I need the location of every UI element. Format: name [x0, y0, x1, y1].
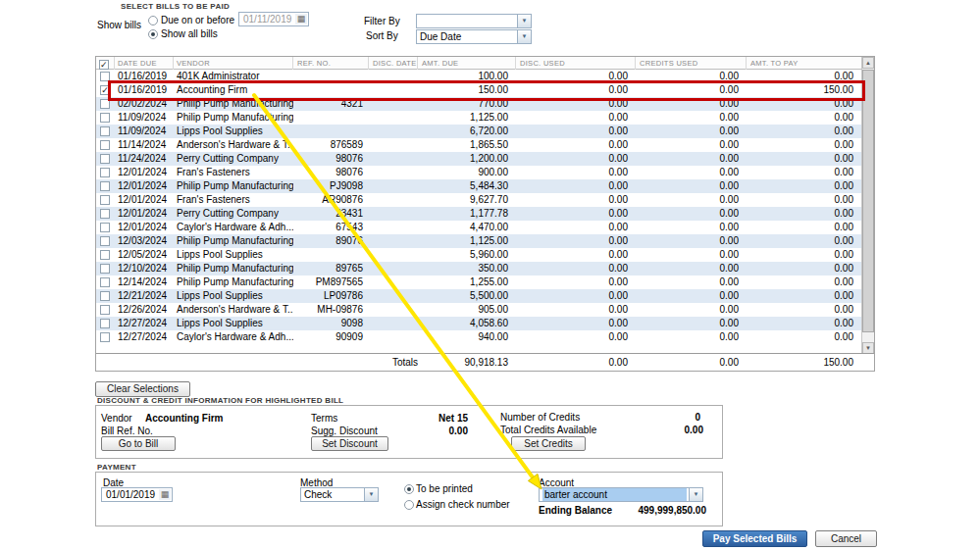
cell-checkbox: [96, 330, 115, 344]
cell-disc-date: [369, 330, 418, 344]
cell-credits-used: 0.00: [636, 330, 747, 344]
row-checkbox[interactable]: [100, 277, 110, 287]
show-all-bills-radio[interactable]: [148, 29, 158, 39]
table-row[interactable]: 12/01/2024Fran's Fasteners98076900.000.0…: [96, 166, 861, 179]
total-credits-value: 0.00: [638, 425, 703, 435]
table-row[interactable]: 12/26/2024Anderson's Hardware & T...MH-0…: [96, 303, 861, 317]
table-row[interactable]: 12/01/2024Caylor's Hardware & Adh...6754…: [96, 221, 861, 234]
row-checkbox[interactable]: [100, 209, 110, 219]
row-checkbox[interactable]: [100, 319, 110, 328]
table-row[interactable]: 11/14/2024Anderson's Hardware & T...8765…: [96, 138, 861, 152]
table-row[interactable]: 12/14/2024Philip Pump ManufacturingPM897…: [96, 276, 861, 289]
row-checkbox[interactable]: [100, 236, 110, 246]
row-checkbox[interactable]: [100, 168, 110, 177]
chevron-down-icon[interactable]: ▼: [517, 15, 531, 27]
chevron-down-icon[interactable]: ▼: [364, 488, 378, 501]
cell-date-due: 12/01/2024: [115, 221, 174, 234]
table-row[interactable]: 12/03/2024Philip Pump Manufacturing89076…: [96, 234, 861, 248]
calendar-icon[interactable]: ▦: [295, 14, 307, 25]
table-row[interactable]: 11/09/2024Philip Pump Manufacturing1,125…: [96, 111, 861, 125]
method-value: Check: [304, 488, 362, 501]
row-checkbox[interactable]: [100, 250, 110, 260]
select-all-checkbox[interactable]: [99, 60, 109, 70]
cell-vendor: Lipps Pool Supplies: [174, 125, 293, 138]
cell-date-due: 12/01/2024: [115, 166, 174, 179]
filter-by-value: [420, 15, 515, 27]
totals-amt-to-pay: 150.00: [747, 354, 861, 372]
table-row[interactable]: 12/21/2024Lipps Pool SuppliesLP097865,50…: [96, 289, 861, 303]
column-header-ref-no[interactable]: REF. NO.: [293, 57, 369, 70]
cell-date-due: 12/01/2024: [115, 193, 174, 207]
row-checkbox[interactable]: [100, 154, 110, 164]
table-row[interactable]: 12/10/2024Philip Pump Manufacturing89765…: [96, 262, 861, 276]
table-row[interactable]: 12/01/2024Perry Cutting Company234311,17…: [96, 207, 861, 221]
cell-ref-no: PJ9098: [293, 179, 369, 193]
column-header-disc-date[interactable]: DISC. DATE: [369, 57, 418, 70]
cell-credits-used: 0.00: [636, 111, 747, 125]
cell-date-due: 11/24/2024: [115, 152, 174, 166]
cell-ref-no: 876589: [293, 138, 369, 152]
account-dropdown[interactable]: barter account ▼: [539, 487, 703, 502]
table-row[interactable]: 12/27/2024Caylor's Hardware & Adh...9090…: [96, 330, 861, 344]
table-row[interactable]: 12/27/2024Lipps Pool Supplies90984,058.6…: [96, 317, 861, 330]
to-be-printed-radio[interactable]: [404, 484, 414, 494]
calendar-icon[interactable]: ▦: [159, 489, 171, 500]
cell-amt-due: 9,627.70: [418, 193, 516, 207]
row-checkbox[interactable]: [100, 126, 110, 136]
row-checkbox[interactable]: [100, 305, 110, 315]
pay-selected-bills-button[interactable]: Pay Selected Bills: [702, 530, 807, 547]
column-header-vendor[interactable]: VENDOR: [174, 57, 293, 70]
assign-check-number-radio[interactable]: [404, 500, 414, 510]
sort-by-dropdown[interactable]: Due Date ▼: [416, 29, 532, 44]
table-row[interactable]: 11/24/2024Perry Cutting Company980761,20…: [96, 152, 861, 166]
column-header-date-due[interactable]: DATE DUE: [115, 57, 174, 70]
cell-ref-no: 67543: [293, 221, 369, 234]
column-header-credits-used[interactable]: CREDITS USED: [636, 57, 747, 70]
row-checkbox[interactable]: [100, 332, 110, 342]
cell-disc-used: 0.00: [516, 317, 636, 330]
terms-value: Net 15: [392, 413, 468, 424]
row-checkbox[interactable]: [100, 195, 110, 205]
row-checkbox[interactable]: [100, 291, 110, 301]
ending-balance-value: 499,999,850.00: [605, 505, 706, 516]
method-dropdown[interactable]: Check ▼: [300, 487, 379, 502]
set-credits-button[interactable]: Set Credits: [511, 436, 586, 451]
cancel-button[interactable]: Cancel: [815, 530, 877, 547]
cell-vendor: Lipps Pool Supplies: [174, 317, 293, 330]
cell-ref-no: [293, 248, 369, 262]
column-header-disc-used[interactable]: DISC. USED: [516, 57, 636, 70]
select-all-header-cell: [96, 57, 115, 70]
cell-disc-date: [369, 221, 418, 234]
go-to-bill-button[interactable]: Go to Bill: [101, 436, 176, 451]
table-row[interactable]: 11/09/2024Lipps Pool Supplies6,720.000.0…: [96, 125, 861, 138]
sort-by-label: Sort By: [366, 30, 398, 41]
column-header-amt-to-pay[interactable]: AMT. TO PAY: [747, 57, 861, 70]
scroll-up-icon[interactable]: ▲: [862, 57, 874, 69]
row-checkbox[interactable]: [100, 264, 110, 274]
due-date-input[interactable]: 01/11/2019 ▦: [238, 12, 309, 26]
cell-vendor: Philip Pump Manufacturing: [174, 234, 293, 248]
table-row[interactable]: 12/05/2024Lipps Pool Supplies5,960.000.0…: [96, 248, 861, 262]
column-header-amt-due[interactable]: AMT. DUE: [418, 57, 516, 70]
filter-by-dropdown[interactable]: ▼: [416, 14, 532, 28]
due-on-or-before-radio[interactable]: [148, 16, 158, 25]
clear-selections-button[interactable]: Clear Selections: [95, 381, 190, 397]
row-checkbox[interactable]: [100, 140, 110, 150]
row-checkbox[interactable]: [100, 181, 110, 191]
table-row[interactable]: 12/01/2024Philip Pump ManufacturingPJ909…: [96, 179, 861, 193]
row-checkbox[interactable]: [100, 223, 110, 232]
chevron-down-icon[interactable]: ▼: [689, 488, 702, 501]
chevron-down-icon[interactable]: ▼: [517, 30, 531, 43]
cell-disc-date: [369, 262, 418, 276]
scrollbar-thumb[interactable]: [862, 70, 874, 332]
payment-date-input[interactable]: 01/01/2019 ▦: [101, 487, 173, 502]
cell-credits-used: 0.00: [636, 125, 747, 138]
table-row[interactable]: 12/01/2024Fran's FastenersAR908769,627.7…: [96, 193, 861, 207]
account-value: barter account: [542, 488, 687, 501]
row-checkbox[interactable]: [100, 113, 110, 123]
cell-checkbox: [96, 317, 115, 330]
cell-ref-no: 23431: [293, 207, 369, 221]
table-scrollbar[interactable]: ▲ ▼: [861, 57, 874, 354]
set-discount-button[interactable]: Set Discount: [311, 436, 388, 451]
cell-amt-due: 900.00: [418, 166, 516, 179]
